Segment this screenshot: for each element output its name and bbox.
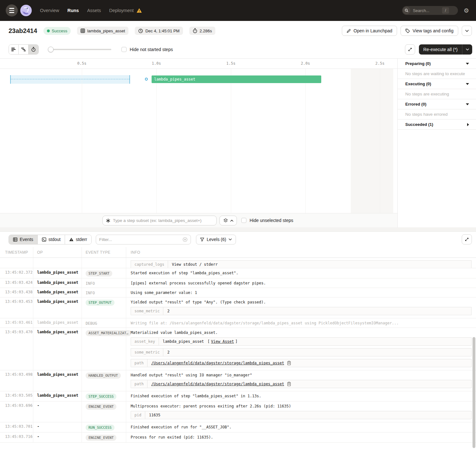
view-tags-config-button[interactable]: View tags and config — [401, 26, 458, 36]
nav-item-deployment[interactable]: Deployment — [109, 8, 134, 13]
axis-tick-label: 1.5s — [226, 61, 236, 66]
step-subset-input[interactable] — [113, 218, 213, 223]
clock-icon — [138, 29, 143, 33]
tab-label: stderr — [76, 237, 87, 242]
metadata-value: View stdout / stderr — [168, 261, 471, 268]
logs-scrollbar-thumb[interactable] — [473, 337, 475, 448]
search-input[interactable] — [413, 8, 442, 13]
gantt-fullscreen-button[interactable] — [405, 44, 415, 55]
metadata-link[interactable]: /Users/alangenfeld/data/dagster/storage/… — [151, 361, 284, 365]
metadata-key: path — [131, 359, 147, 367]
log-metadata-entry: some_metric2 — [131, 348, 472, 356]
log-timestamp: 13:45:03.470 — [0, 328, 33, 370]
chevron-up-icon — [230, 220, 233, 222]
run-id: 23ab2414 — [9, 27, 37, 35]
sidebar-section-header[interactable]: Succeeded (1) — [398, 120, 476, 130]
log-info: Writing file at: /Users/alangenfeld/data… — [126, 318, 476, 328]
search-box[interactable]: / — [402, 6, 458, 15]
column-header-info: INFO — [126, 247, 476, 257]
settings-gear-icon[interactable]: ⚙ — [464, 8, 469, 14]
caret-down-icon — [466, 83, 469, 85]
search-shortcut-key: / — [442, 7, 449, 14]
log-op: lambda_pipes_asset — [33, 370, 82, 391]
copy-to-clipboard-icon[interactable] — [287, 382, 291, 386]
caret-right-icon — [467, 123, 469, 126]
sidebar-section-header[interactable]: Errored (0) — [398, 99, 476, 109]
slider-handle[interactable] — [48, 47, 54, 52]
axis-tick-label: 2.0s — [301, 61, 310, 66]
view-waterfall-icon[interactable] — [19, 45, 29, 54]
log-info-text: Using some_parameter value: 1 — [131, 290, 472, 295]
pencil-icon — [347, 29, 351, 33]
gantt-step-bar[interactable]: lambda_pipes_asset — [152, 75, 321, 83]
log-op: lambda_pipes_asset — [33, 297, 82, 318]
run-job-tag[interactable]: lambda_pipes_asset — [77, 27, 128, 35]
caret-down-icon — [466, 103, 469, 105]
column-header-event-type: EVENT TYPE — [82, 247, 126, 257]
panel-splitter[interactable] — [0, 227, 476, 232]
event-type-badge: INFO — [86, 291, 95, 295]
metadata-link[interactable]: /Users/alangenfeld/data/dagster/storage/… — [151, 382, 284, 386]
log-metadata-entry: pid11635 — [131, 411, 472, 419]
gantt-toolbar: Hide not started steps Re-execute all (*… — [0, 41, 476, 59]
tab-stdout[interactable]: stdout — [38, 235, 65, 244]
clear-filter-icon[interactable] — [183, 237, 187, 242]
chevron-down-icon — [229, 238, 232, 240]
nav-item-assets[interactable]: Assets — [87, 8, 101, 13]
view-asset-link[interactable]: View Asset — [211, 339, 234, 344]
op-selector-icon — [106, 218, 110, 223]
log-filter-box — [96, 235, 191, 244]
sidebar-section-title: Succeeded (1) — [405, 122, 433, 127]
tab-events[interactable]: Events — [9, 235, 38, 244]
event-type-badge: INFO — [86, 281, 95, 286]
log-info-text: [pipes] external process successfully op… — [131, 280, 472, 285]
log-filter-input[interactable] — [99, 237, 183, 242]
metadata-link[interactable]: View stdout / stderr — [172, 262, 218, 267]
table-icon — [13, 238, 17, 242]
sidebar-section-header[interactable]: Executing (0) — [398, 79, 476, 89]
log-event-type: ENGINE_EVENT — [82, 401, 126, 422]
graph-query-options-button[interactable] — [219, 216, 237, 225]
sidebar-section-title: Preparing (0) — [405, 61, 431, 66]
chevron-down-icon — [465, 30, 469, 32]
hide-unselected-checkbox[interactable] — [241, 218, 246, 223]
event-type-badge: ENGINE_EVENT — [86, 435, 116, 441]
levels-filter-button[interactable]: Levels (6) — [196, 235, 236, 244]
gantt-view-mode-group — [9, 44, 39, 55]
hide-not-started-checkbox[interactable] — [121, 47, 127, 52]
hide-unselected-label: Hide unselected steps — [250, 218, 293, 223]
view-timed-icon[interactable] — [29, 45, 38, 54]
gantt-zoom-slider[interactable] — [49, 49, 111, 50]
logs-controls: Eventsstdoutstderr Levels (6) — [0, 232, 476, 247]
metadata-text: 2 — [167, 309, 169, 313]
log-row: captured_logsView stdout / stderr — [0, 258, 476, 268]
log-timestamp: 13:45:03.453 — [0, 297, 33, 318]
logs-fullscreen-button[interactable] — [462, 234, 472, 244]
run-status-badge: Success — [43, 27, 71, 35]
log-info: Yielded output "result" of type "Any". (… — [126, 297, 476, 318]
nav-item-overview[interactable]: Overview — [40, 8, 59, 13]
metadata-value: 2 — [163, 307, 471, 315]
log-metadata-entry: asset_keylambda_pipes_asset [View Asset] — [131, 337, 472, 346]
log-info-text: Handled output "result" using IO manager… — [131, 372, 472, 377]
tab-stderr[interactable]: stderr — [65, 235, 91, 244]
axis-gridline — [380, 69, 380, 213]
log-timestamp: 13:45:03.701 — [0, 422, 33, 432]
log-event-type: ENGINE_EVENT — [82, 433, 126, 442]
copy-to-clipboard-icon[interactable] — [287, 361, 291, 365]
hamburger-menu-button[interactable] — [6, 4, 18, 16]
expand-icon — [465, 237, 469, 242]
view-flat-icon[interactable] — [9, 45, 19, 54]
log-metadata-entry: path/Users/alangenfeld/data/dagster/stor… — [131, 359, 472, 367]
nav-item-runs[interactable]: Runs — [67, 8, 79, 13]
sidebar-section-header[interactable]: Preparing (0) — [398, 59, 476, 69]
reexecute-all-button[interactable]: Re-execute all (*) — [419, 44, 472, 55]
dagster-logo-icon[interactable] — [20, 5, 32, 16]
open-in-launchpad-button[interactable]: Open in Launchpad — [342, 26, 397, 36]
reexecute-dropdown-button[interactable] — [462, 44, 472, 55]
gantt-step-marker — [145, 78, 148, 81]
log-info-text: Finished execution of run for "__ASSET_J… — [131, 424, 472, 429]
log-timestamp: 13:45:02.372 — [0, 268, 33, 278]
run-header-more-button[interactable] — [462, 26, 472, 36]
tag-icon — [405, 29, 410, 33]
